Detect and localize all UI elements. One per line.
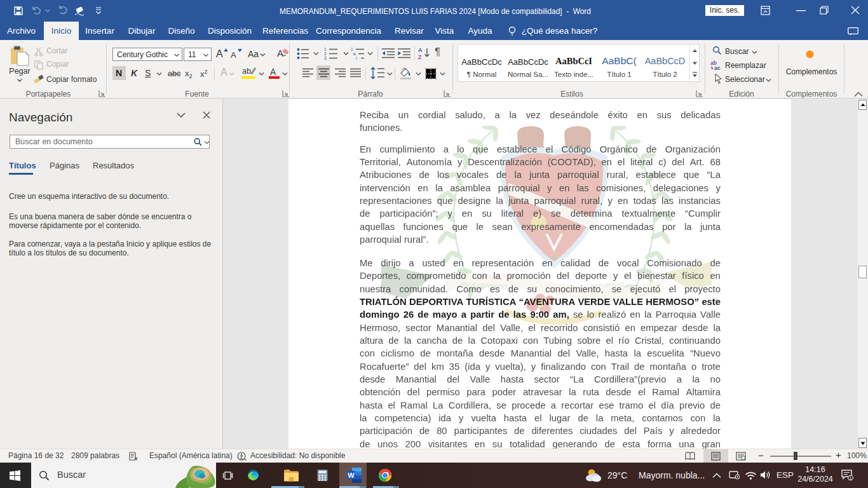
svg-text:1: 1 [850, 476, 852, 480]
svg-text:1: 1 [351, 47, 353, 51]
svg-text:Z: Z [418, 54, 422, 60]
svg-text:i: i [356, 56, 356, 60]
svg-text:A: A [418, 47, 423, 53]
svg-text:1: 1 [324, 47, 327, 51]
svg-text:3: 3 [324, 56, 327, 60]
svg-text:W: W [348, 471, 355, 479]
svg-text:ac: ac [714, 65, 721, 71]
